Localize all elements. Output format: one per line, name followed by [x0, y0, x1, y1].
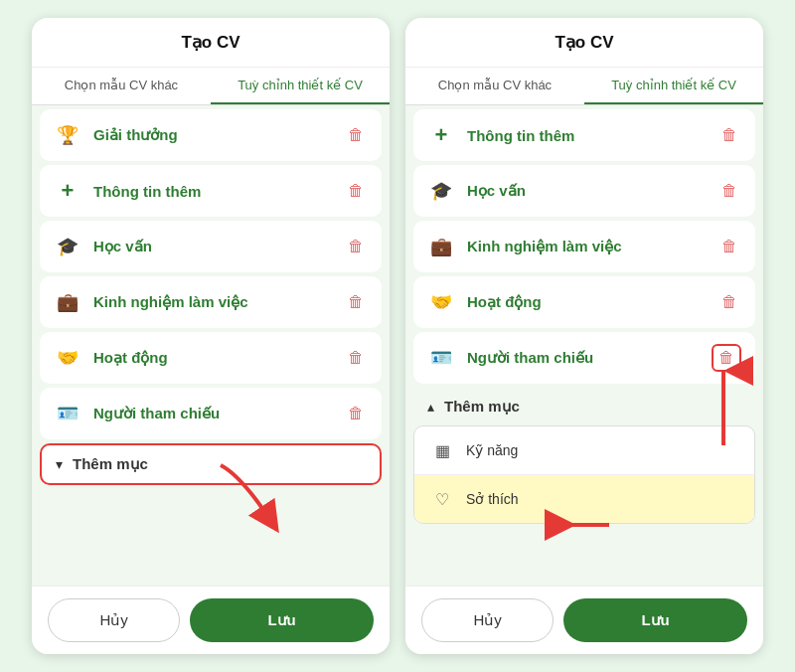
left-footer: Hủy Lưu — [32, 586, 390, 654]
left-them-muc-label: Thêm mục — [73, 455, 148, 473]
right-item-nguoi-tham: 🪪 Người tham chiếu 🗑 — [413, 332, 755, 384]
left-label-thong-tin: Thông tin thêm — [93, 183, 332, 200]
left-label-giai-thuong: Giải thưởng — [93, 126, 332, 144]
right-them-muc-label: Thêm mục — [444, 398, 520, 416]
right-delete-thong-tin[interactable]: 🗑 — [717, 122, 741, 148]
graduation-icon: 🎓 — [54, 233, 81, 260]
left-tabs: Chọn mẫu CV khác Tuỳ chỉnh thiết kế CV — [32, 68, 390, 105]
right-tab-1[interactable]: Chọn mẫu CV khác — [405, 68, 584, 104]
left-tab-1[interactable]: Chọn mẫu CV khác — [32, 68, 211, 104]
right-delete-hoc-van[interactable]: 🗑 — [717, 178, 741, 204]
left-panel-title: Tạo CV — [32, 18, 390, 68]
right-handshake-icon: 🤝 — [427, 288, 455, 316]
briefcase-icon: 💼 — [54, 288, 81, 316]
right-plus-icon: + — [427, 121, 455, 149]
right-label-nguoi-tham: Người tham chiếu — [467, 349, 700, 367]
right-label-hoc-van: Học vấn — [467, 182, 706, 200]
right-panel-title: Tạo CV — [405, 18, 763, 68]
right-tab-2[interactable]: Tuỳ chỉnh thiết kế CV — [584, 68, 763, 104]
trophy-icon: 🏆 — [54, 121, 81, 149]
right-them-muc-section: ▴ Thêm mục ▦ Kỹ năng ♡ Sở thích — [413, 388, 755, 524]
right-chevron-icon: ▴ — [427, 399, 434, 415]
right-briefcase-icon: 💼 — [427, 233, 455, 260]
right-luu-button[interactable]: Lưu — [563, 598, 747, 642]
left-them-muc-section: ▾ Thêm mục — [40, 443, 382, 485]
right-label-ky-nang: Kỹ năng — [466, 442, 518, 458]
handshake-icon: 🤝 — [54, 344, 81, 372]
delete-hoc-van[interactable]: 🗑 — [344, 234, 368, 259]
right-label-so-thich: Sở thích — [466, 491, 519, 507]
right-label-thong-tin: Thông tin thêm — [467, 127, 706, 144]
right-them-muc-header[interactable]: ▴ Thêm mục — [413, 388, 755, 425]
left-label-hoc-van: Học vấn — [93, 238, 332, 255]
hobby-icon: ♡ — [430, 487, 454, 511]
left-panel: Tạo CV Chọn mẫu CV khác Tuỳ chỉnh thiết … — [32, 18, 390, 654]
right-dropdown-ky-nang[interactable]: ▦ Kỹ năng — [414, 426, 754, 475]
right-them-muc-dropdown: ▦ Kỹ năng ♡ Sở thích — [413, 425, 755, 524]
delete-hoat-dong[interactable]: 🗑 — [344, 345, 368, 371]
left-menu-list: 🏆 Giải thưởng 🗑 + Thông tin thêm 🗑 🎓 Học… — [32, 105, 390, 586]
right-tabs: Chọn mẫu CV khác Tuỳ chỉnh thiết kế CV — [405, 68, 763, 105]
delete-kinh-nghiem[interactable]: 🗑 — [344, 289, 368, 315]
left-chevron-icon: ▾ — [56, 456, 63, 472]
left-huy-button[interactable]: Hủy — [48, 598, 180, 642]
left-luu-button[interactable]: Lưu — [190, 598, 374, 642]
right-card-icon: 🪪 — [427, 344, 455, 372]
right-delete-nguoi-tham[interactable]: 🗑 — [712, 344, 741, 372]
right-huy-button[interactable]: Hủy — [421, 598, 554, 642]
left-item-hoc-van: 🎓 Học vấn 🗑 — [40, 221, 382, 272]
left-label-kinh-nghiem: Kinh nghiệm làm việc — [93, 293, 332, 311]
right-item-thong-tin: + Thông tin thêm 🗑 — [413, 109, 755, 161]
right-footer: Hủy Lưu — [405, 586, 763, 654]
left-label-hoat-dong: Hoạt động — [93, 349, 332, 367]
skills-icon: ▦ — [430, 438, 454, 462]
right-dropdown-so-thich[interactable]: ♡ Sở thích — [414, 475, 754, 523]
right-item-hoc-van: 🎓 Học vấn 🗑 — [413, 165, 755, 217]
right-menu-list: + Thông tin thêm 🗑 🎓 Học vấn 🗑 💼 Kinh ng… — [405, 105, 763, 586]
right-graduation-icon: 🎓 — [427, 177, 455, 205]
delete-thong-tin[interactable]: 🗑 — [344, 178, 368, 204]
left-item-hoat-dong: 🤝 Hoạt động 🗑 — [40, 332, 382, 384]
plus-icon: + — [54, 177, 81, 205]
right-item-hoat-dong: 🤝 Hoạt động 🗑 — [413, 276, 755, 328]
left-item-nguoi-tham: 🪪 Người tham chiếu 🗑 — [40, 388, 382, 439]
right-label-hoat-dong: Hoạt động — [467, 293, 706, 311]
right-item-kinh-nghiem: 💼 Kinh nghiệm làm việc 🗑 — [413, 221, 755, 272]
left-item-kinh-nghiem: 💼 Kinh nghiệm làm việc 🗑 — [40, 276, 382, 328]
left-item-thong-tin: + Thông tin thêm 🗑 — [40, 165, 382, 217]
left-label-nguoi-tham: Người tham chiếu — [93, 405, 332, 422]
card-icon: 🪪 — [54, 400, 81, 427]
left-item-giai-thuong: 🏆 Giải thưởng 🗑 — [40, 109, 382, 161]
delete-giai-thuong[interactable]: 🗑 — [344, 122, 368, 148]
right-delete-kinh-nghiem[interactable]: 🗑 — [717, 234, 741, 259]
right-delete-hoat-dong[interactable]: 🗑 — [717, 289, 741, 315]
left-them-muc-header[interactable]: ▾ Thêm mục — [40, 443, 382, 485]
right-panel: Tạo CV Chọn mẫu CV khác Tuỳ chỉnh thiết … — [405, 18, 763, 654]
right-label-kinh-nghiem: Kinh nghiệm làm việc — [467, 238, 706, 255]
left-tab-2[interactable]: Tuỳ chỉnh thiết kế CV — [211, 68, 390, 104]
delete-nguoi-tham[interactable]: 🗑 — [344, 401, 368, 426]
